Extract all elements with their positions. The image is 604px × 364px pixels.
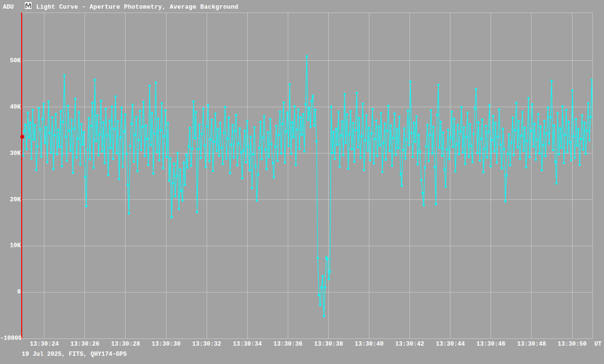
y-tick-label: 50K — [0, 57, 21, 64]
x-tick-label: 13:30:48 — [511, 341, 552, 348]
x-tick-label: 13:30:42 — [390, 341, 430, 348]
recording-info: 19 Jul 2025, FITS, QHY174-GPS — [22, 351, 127, 358]
x-tick-label: 13:30:34 — [227, 341, 267, 348]
y-tick-label: 20K — [0, 196, 21, 203]
window-title: Light Curve - Aperture Photometry, Avera… — [36, 4, 239, 11]
x-tick-label: 13:30:28 — [105, 341, 146, 348]
y-tick-label: 0 — [0, 289, 21, 295]
light-curve-window: ADU Light Curve - Aperture Photometry, A… — [0, 0, 604, 364]
current-frame-marker — [20, 135, 24, 139]
x-tick-label: 13:30:46 — [471, 341, 511, 348]
y-axis-unit-label: ADU — [3, 4, 14, 11]
y-tick-label: 40K — [0, 104, 21, 111]
plot-background[interactable] — [0, 0, 604, 364]
x-tick-label: 13:30:26 — [65, 341, 105, 348]
x-tick-label: 13:30:44 — [430, 341, 471, 348]
x-tick-label: 13:30:38 — [308, 341, 349, 348]
light-curve-dip-icon — [24, 1, 32, 10]
x-tick-label: 13:30:30 — [146, 341, 186, 348]
x-axis-unit-label: UT — [594, 341, 602, 348]
light-curve-plot[interactable] — [0, 0, 604, 364]
x-tick-label: 13:30:50 — [552, 341, 592, 348]
x-tick-label: 13:30:40 — [349, 341, 390, 348]
x-tick-label: 13:30:24 — [24, 341, 65, 348]
y-tick-label: 30K — [0, 150, 21, 157]
y-tick-label: -10000 — [0, 335, 21, 342]
y-tick-label: 10K — [0, 242, 21, 249]
x-tick-label: 13:30:36 — [267, 341, 308, 348]
x-tick-label: 13:30:32 — [186, 341, 227, 348]
